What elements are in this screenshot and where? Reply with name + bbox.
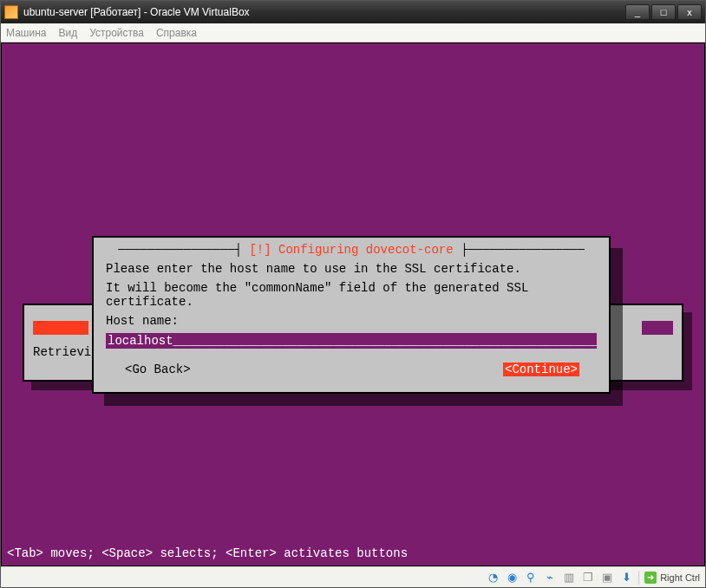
hostkey-label: Right Ctrl — [660, 572, 700, 583]
dialog-text-1: Please enter the host name to use in the… — [106, 262, 597, 276]
menubar: Машина Вид Устройства Справка — [1, 23, 705, 42]
configuring-dovecot-dialog: ────────────────┤ [!] Configuring doveco… — [92, 236, 611, 394]
hostname-input[interactable]: localhost_______________________________… — [106, 333, 597, 349]
hard-disk-icon[interactable]: ◔ — [486, 571, 500, 585]
continue-button[interactable]: <Continue> — [503, 363, 579, 376]
vm-console[interactable]: Retrievi ────────────────┤ [!] Configuri… — [1, 42, 705, 566]
network-icon[interactable]: ⌁ — [543, 571, 557, 585]
maximize-button[interactable]: □ — [651, 4, 676, 20]
keyboard-hint: <Tab> moves; <Space> selects; <Enter> ac… — [7, 546, 408, 560]
mouse-integration-icon[interactable]: ⬇ — [619, 571, 633, 585]
optical-disk-icon[interactable]: ◉ — [505, 571, 519, 585]
content-area: Retrievi ────────────────┤ [!] Configuri… — [1, 42, 705, 587]
window-title: ubuntu-server [Работает] - Oracle VM Vir… — [23, 6, 625, 18]
go-back-button[interactable]: <Go Back> — [123, 363, 193, 376]
host-key-indicator[interactable]: ➜ Right Ctrl — [644, 572, 700, 584]
statusbar: ◔ ◉ ⚲ ⌁ ▥ ❐ ▣ ⬇ ➜ Right Ctrl — [1, 566, 705, 587]
dialog-title: ────────────────┤ [!] Configuring doveco… — [106, 243, 597, 257]
hostkey-arrow-icon: ➜ — [644, 572, 657, 584]
dialog-buttons: <Go Back> <Continue> — [106, 363, 597, 376]
menu-machine[interactable]: Машина — [6, 27, 46, 39]
field-label: Host name: — [106, 314, 597, 328]
separator — [638, 571, 639, 585]
close-button[interactable]: x — [677, 4, 702, 20]
window-controls: _ □ x — [625, 4, 702, 20]
progress-bar-red — [33, 321, 88, 335]
menu-devices[interactable]: Устройства — [89, 27, 144, 39]
menu-view[interactable]: Вид — [58, 27, 77, 39]
progress-bar-purple — [642, 321, 673, 335]
app-icon — [4, 5, 18, 19]
dialog-text-2: It will become the "commonName" field of… — [106, 281, 597, 309]
minimize-button[interactable]: _ — [625, 4, 650, 20]
menu-help[interactable]: Справка — [156, 27, 197, 39]
bg-status-text: Retrievi — [33, 345, 91, 359]
video-capture-icon[interactable]: ▣ — [600, 571, 614, 585]
usb-icon[interactable]: ⚲ — [524, 571, 538, 585]
display-icon[interactable]: ❐ — [581, 571, 595, 585]
virtualbox-window: ubuntu-server [Работает] - Oracle VM Vir… — [0, 0, 706, 588]
shared-folders-icon[interactable]: ▥ — [562, 571, 576, 585]
titlebar[interactable]: ubuntu-server [Работает] - Oracle VM Vir… — [1, 1, 705, 23]
